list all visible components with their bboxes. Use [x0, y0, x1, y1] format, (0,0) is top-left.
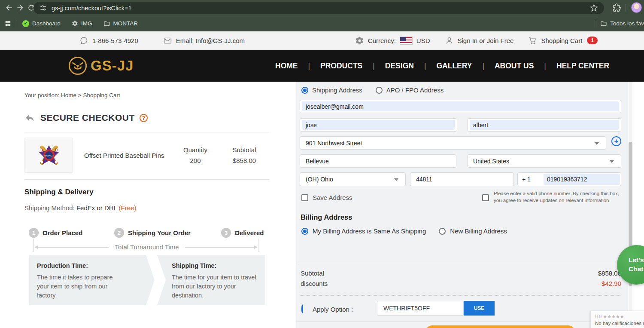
bookmark-dashboard[interactable]: ✓ Dashboard [22, 20, 61, 27]
product-image[interactable]: BANNER [24, 138, 73, 173]
add-address-icon[interactable]: + [611, 136, 621, 146]
divider [24, 132, 269, 132]
extensions-icon[interactable] [613, 3, 621, 12]
currency-selector[interactable]: Currency: USD [355, 36, 430, 45]
zip-input[interactable]: 44811 [410, 172, 514, 186]
coupon-code-input[interactable]: WETHRIFT5OFF [377, 301, 464, 316]
billing-address-heading: Billing Address [301, 213, 352, 221]
rating-text: No hay calificaciones disp [595, 321, 641, 326]
nav-item-about[interactable]: ABOUT US [495, 61, 534, 71]
bookmark-montar-folder[interactable]: MONTAR [103, 20, 138, 27]
phone-prefix: + 1 [522, 173, 531, 186]
site-settings-icon[interactable] [39, 4, 47, 12]
shipping-time-desc: The time for your item to travel from ou… [172, 273, 258, 300]
summary-divider [296, 263, 624, 263]
forward-icon[interactable] [16, 3, 24, 12]
shipping-method: Shipping Method: FedEx or DHL (Free) [24, 204, 136, 212]
gear-icon [72, 20, 78, 27]
nav-item-home[interactable]: HOME [275, 61, 298, 71]
billing-same-radio[interactable] [301, 228, 308, 235]
billing-new-radio[interactable] [439, 228, 446, 235]
email-contact[interactable]: Email: Info@GS-JJ.com [163, 36, 245, 45]
shipping-method-free: (Free) [119, 204, 137, 212]
summary-subtotal-label: Subtotal [301, 270, 324, 277]
rating-score: 0.0 [595, 314, 601, 319]
first-name-value: jose [306, 122, 317, 129]
envelope-icon [163, 36, 172, 45]
save-address-option: Save Address [301, 194, 352, 201]
checkout-submit-button[interactable] [425, 325, 575, 328]
email-input[interactable]: josealber@gmail.com [300, 100, 621, 113]
shipping-method-label: Shipping Method: [24, 204, 75, 212]
bookmark-star-icon[interactable] [590, 4, 598, 12]
city-input[interactable]: Bellevue [300, 154, 456, 168]
breadcrumb-home-link[interactable]: Home [61, 92, 76, 98]
last-name-input[interactable]: albert [467, 118, 621, 132]
first-name-input[interactable]: jose [300, 118, 457, 132]
shipping-address-radio[interactable] [301, 87, 308, 94]
use-coupon-button[interactable]: USE [464, 301, 495, 316]
phone-value: 019019363712 [547, 176, 587, 183]
step-label: Order Placed [43, 229, 82, 236]
product-name: Offset Printed Baseball Pins [84, 152, 164, 159]
nav-item-gallery[interactable]: GALLERY [436, 61, 472, 71]
sign-in-link[interactable]: Sign In or Join Free [445, 36, 514, 45]
save-address-checkbox[interactable] [301, 194, 308, 201]
step-circle: 3 [221, 228, 231, 238]
apps-grid-icon[interactable] [4, 20, 12, 27]
currency-value: USD [416, 37, 430, 44]
back-icon[interactable] [5, 3, 13, 12]
apply-option-label: Apply Option : [313, 306, 353, 313]
back-arrow-icon[interactable] [24, 113, 36, 123]
phone-input[interactable]: 019019363712 [544, 174, 620, 185]
nav-separator: | [298, 61, 321, 71]
apo-fpo-radio[interactable] [376, 87, 383, 94]
profile-avatar[interactable] [631, 2, 642, 13]
step-delivered: 3 Delivered [221, 228, 264, 238]
consent-text: Please enter a valid phone number. By ch… [494, 190, 623, 204]
step-label: Delivered [235, 229, 264, 236]
breadcrumb-current: Shopping Cart [83, 92, 120, 98]
nav-separator: | [414, 61, 437, 71]
bookmark-all-favorites-folder[interactable]: Todos los fav [600, 20, 644, 27]
bottom-divider [296, 321, 624, 322]
step-label: Shipping Your Order [128, 229, 191, 236]
rating-stars-icon: ★★★★★ [603, 314, 624, 319]
consent-checkbox[interactable] [482, 194, 489, 201]
step-order-placed: 1 Order Placed [29, 228, 82, 238]
url-bar[interactable]: gs-jj.com/checkout?isClick=1 [33, 2, 604, 14]
nav-item-help[interactable]: HELP CENTER [556, 61, 609, 71]
shopping-cart-link[interactable]: Shopping Cart 1 [528, 36, 598, 45]
breadcrumb: Your position: Home > Shopping Cart [24, 92, 120, 98]
help-question-icon[interactable]: ? [140, 114, 148, 122]
bookmark-label: MONTAR [113, 20, 138, 27]
dotted-divider [301, 295, 621, 296]
nav-item-products[interactable]: PRODUCTS [320, 61, 362, 71]
scrollbar-track[interactable] [629, 82, 632, 328]
page-content: Your position: Home > Shopping Cart SECU… [0, 82, 644, 328]
address-select[interactable]: 901 Northwest Street [300, 136, 606, 150]
apply-option-radio[interactable] [301, 304, 303, 313]
quantity-header: Quantity [176, 146, 215, 153]
phone-field[interactable]: + 1 019019363712 [517, 172, 621, 186]
bookmark-label: Dashboard [32, 20, 61, 27]
save-address-label: Save Address [313, 194, 352, 201]
shipping-address-radio-group: Shipping Address APO / FPO Address [301, 86, 444, 94]
nav-separator: | [362, 61, 385, 71]
chevron-down-icon [610, 160, 614, 163]
chevron-down-icon [394, 178, 398, 181]
phone-contact[interactable]: 1-866-573-4920 [79, 36, 138, 45]
nav-separator: | [534, 61, 556, 71]
city-value: Bellevue [306, 155, 329, 167]
zip-value: 44811 [416, 173, 432, 186]
shipping-time-title: Shipping Time: [172, 262, 258, 269]
bookmark-img[interactable]: IMG [72, 20, 92, 27]
state-select[interactable]: (OH) Ohio [300, 172, 406, 186]
shipping-address-radio-label: Shipping Address [312, 86, 362, 94]
chat-text-line2: Chat [629, 265, 644, 274]
baseball-pin-art: BANNER [35, 141, 63, 169]
site-logo[interactable]: GS-JJ [68, 56, 134, 76]
nav-item-design[interactable]: DESIGN [385, 61, 414, 71]
country-select[interactable]: United States [467, 154, 621, 168]
toolbar-divider [626, 4, 626, 12]
